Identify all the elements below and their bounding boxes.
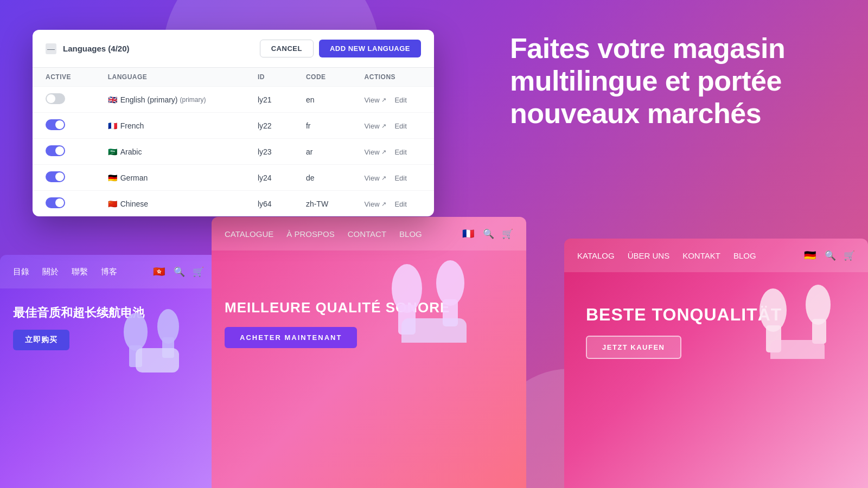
cell-id: ly21	[245, 87, 293, 113]
language-toggle[interactable]	[46, 171, 65, 182]
cell-code: de	[293, 165, 352, 191]
cell-actions: View ↗ Edit	[352, 113, 434, 139]
store-preview-chinese: 目錄 關於 聯繫 博客 🇭🇰 🔍 🛒 最佳音质和超长续航电池 立即购买	[0, 255, 217, 488]
german-store-content: BESTE TONQUALITÄT JETZT KAUFEN	[564, 272, 868, 375]
chinese-airpods-illustration	[103, 278, 212, 375]
chinese-search-icon[interactable]: 🔍	[174, 266, 185, 278]
col-language: Language	[95, 68, 245, 87]
german-nav-item-3[interactable]: KONTAKT	[682, 251, 720, 260]
cell-language: 🇸🇦 Arabic	[95, 139, 245, 165]
edit-link[interactable]: Edit	[394, 96, 406, 104]
hero-section: Faites votre magasin multilingue et port…	[510, 33, 814, 130]
modal-actions: CANCEL ADD NEW LANGUAGE	[260, 40, 421, 57]
view-link[interactable]: View ↗	[365, 122, 386, 130]
chinese-nav-item-4[interactable]: 博客	[101, 267, 117, 277]
cell-id: ly24	[245, 165, 293, 191]
col-id: ID	[245, 68, 293, 87]
cell-active	[33, 165, 95, 191]
edit-link[interactable]: Edit	[394, 174, 406, 182]
col-actions: Actions	[352, 68, 434, 87]
chinese-flag[interactable]: 🇭🇰	[152, 265, 166, 279]
cell-actions: View ↗ Edit	[352, 191, 434, 217]
modal-title: Languages (4/20)	[63, 44, 130, 53]
cell-actions: View ↗ Edit	[352, 87, 434, 113]
french-store-cta-button[interactable]: ACHETER MAINTENANT	[225, 327, 357, 348]
table-row: 🇬🇧 English (primary) (primary)ly21en Vie…	[33, 87, 434, 113]
language-toggle[interactable]	[46, 119, 65, 130]
view-link[interactable]: View ↗	[365, 200, 386, 208]
table-row: 🇨🇳 Chinesely64zh-TW View ↗ Edit	[33, 191, 434, 217]
modal-header: — Languages (4/20) CANCEL ADD NEW LANGUA…	[33, 30, 434, 68]
cell-active	[33, 87, 95, 113]
language-toggle[interactable]	[46, 93, 65, 104]
cell-language: 🇨🇳 Chinese	[95, 191, 245, 217]
add-language-button[interactable]: ADD NEW LANGUAGE	[319, 40, 421, 57]
svg-rect-9	[401, 318, 467, 343]
table-row: 🇸🇦 Arabicly23ar View ↗ Edit	[33, 139, 434, 165]
cell-id: ly23	[245, 139, 293, 165]
cell-actions: View ↗ Edit	[352, 165, 434, 191]
cell-actions: View ↗ Edit	[352, 139, 434, 165]
cell-language: 🇬🇧 English (primary) (primary)	[95, 87, 245, 113]
german-nav-item-2[interactable]: ÜBER UNS	[628, 251, 670, 260]
chinese-cart-icon[interactable]: 🛒	[193, 266, 204, 278]
cell-code: en	[293, 87, 352, 113]
view-link[interactable]: View ↗	[365, 96, 386, 104]
cell-code: zh-TW	[293, 191, 352, 217]
svg-point-7	[436, 260, 464, 306]
french-nav-item-1[interactable]: CATALOGUE	[225, 229, 273, 239]
store-preview-german: KATALOG ÜBER UNS KONTAKT BLOG 🇩🇪 🔍 🛒 BES…	[564, 239, 868, 488]
cancel-button[interactable]: CANCEL	[260, 40, 314, 57]
chinese-nav-item-1[interactable]: 目錄	[13, 267, 29, 277]
table-header-row: Active Language ID Code Actions	[33, 68, 434, 87]
cell-language: 🇫🇷 French	[95, 113, 245, 139]
col-active: Active	[33, 68, 95, 87]
chinese-store-cta-button[interactable]: 立即购买	[13, 330, 69, 350]
cell-active	[33, 139, 95, 165]
german-cart-icon[interactable]: 🛒	[844, 250, 855, 261]
languages-modal: — Languages (4/20) CANCEL ADD NEW LANGUA…	[33, 30, 434, 216]
french-airpods-illustration	[363, 234, 505, 343]
hero-headline: Faites votre magasin multilingue et port…	[510, 33, 814, 130]
language-toggle[interactable]	[46, 145, 65, 156]
cell-active	[33, 113, 95, 139]
svg-point-12	[806, 285, 831, 325]
table-row: 🇩🇪 Germanly24de View ↗ Edit	[33, 165, 434, 191]
languages-table: Active Language ID Code Actions 🇬🇧 Engli…	[33, 68, 434, 216]
svg-rect-4	[136, 348, 179, 373]
minimize-button[interactable]: —	[46, 43, 56, 54]
french-nav-item-2[interactable]: À PROSPOS	[286, 229, 334, 239]
german-store-cta-button[interactable]: JETZT KAUFEN	[586, 336, 681, 359]
cell-code: ar	[293, 139, 352, 165]
edit-link[interactable]: Edit	[394, 200, 406, 208]
language-toggle[interactable]	[46, 197, 65, 208]
col-code: Code	[293, 68, 352, 87]
cell-active	[33, 191, 95, 217]
cell-language: 🇩🇪 German	[95, 165, 245, 191]
chinese-nav-item-3[interactable]: 聯繫	[72, 267, 88, 277]
german-nav-item-1[interactable]: KATALOG	[577, 251, 615, 260]
cell-code: fr	[293, 113, 352, 139]
table-row: 🇫🇷 Frenchly22fr View ↗ Edit	[33, 113, 434, 139]
german-airpods-illustration	[738, 261, 857, 359]
german-search-icon[interactable]: 🔍	[825, 250, 836, 261]
edit-link[interactable]: Edit	[394, 122, 406, 130]
cell-id: ly22	[245, 113, 293, 139]
store-preview-french: CATALOGUE À PROSPOS CONTACT BLOG 🇫🇷 🔍 🛒 …	[212, 217, 526, 488]
chinese-nav-item-2[interactable]: 關於	[42, 267, 59, 277]
modal-title-group: — Languages (4/20)	[46, 43, 130, 54]
svg-point-0	[124, 313, 148, 351]
svg-rect-14	[770, 340, 825, 359]
german-nav-icons: 🇩🇪 🔍 🛒	[803, 248, 855, 262]
edit-link[interactable]: Edit	[394, 148, 406, 156]
chinese-store-content: 最佳音质和超长续航电池 立即购买	[0, 288, 217, 367]
view-link[interactable]: View ↗	[365, 148, 386, 156]
view-link[interactable]: View ↗	[365, 174, 386, 182]
cell-id: ly64	[245, 191, 293, 217]
french-store-content: MEILLEURE QUALITÉ SONORE ACHETER MAINTEN…	[212, 283, 526, 364]
german-flag[interactable]: 🇩🇪	[803, 248, 817, 262]
chinese-nav-icons: 🇭🇰 🔍 🛒	[152, 265, 204, 279]
german-nav-item-4[interactable]: BLOG	[733, 251, 756, 260]
